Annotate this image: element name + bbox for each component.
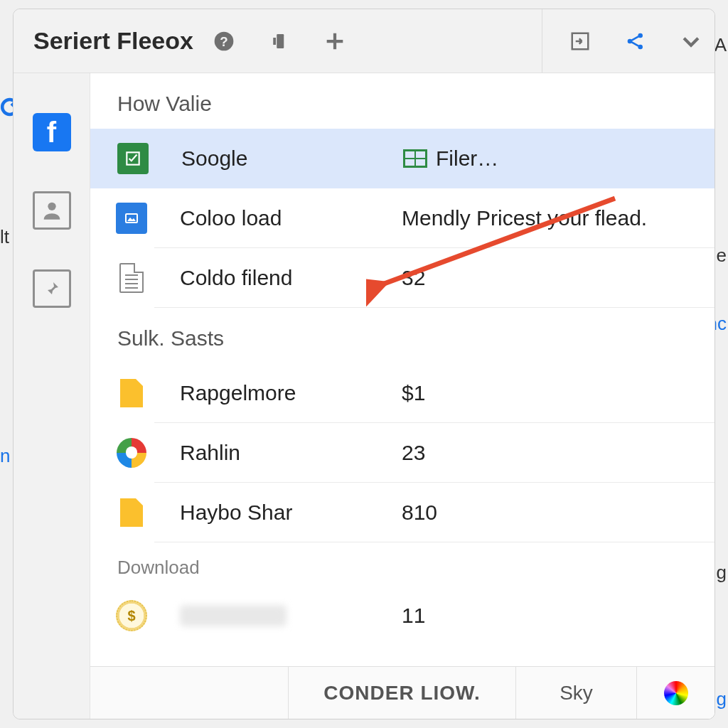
item-value: Mendly Pricest your flead. xyxy=(402,206,647,230)
bg-text: A xyxy=(714,34,727,56)
header-icon-group-right xyxy=(542,9,703,73)
color-circle-icon xyxy=(116,437,147,469)
item-label: Haybo Shar xyxy=(180,500,402,525)
chevron-down-icon[interactable] xyxy=(679,29,703,53)
file-icon xyxy=(116,378,147,409)
share-icon[interactable] xyxy=(623,29,648,53)
footer-bar: CONDER LIOW. Sky xyxy=(90,666,714,719)
list-item-download[interactable]: $ 11 xyxy=(154,586,714,646)
item-value: 23 xyxy=(402,441,425,465)
svg-rect-2 xyxy=(277,34,284,48)
table-icon xyxy=(403,149,427,168)
list-item-coldo[interactable]: Coldo filend 32 xyxy=(154,248,714,308)
profile-icon[interactable] xyxy=(33,191,71,230)
document-icon xyxy=(116,262,147,294)
pin-icon[interactable] xyxy=(33,269,71,308)
item-value: 11 xyxy=(402,604,425,628)
file-icon xyxy=(116,497,147,528)
item-label xyxy=(180,605,402,626)
blue-photo-icon xyxy=(116,203,147,234)
facebook-icon[interactable]: f xyxy=(33,113,71,151)
item-label: Coldo filend xyxy=(180,266,402,290)
color-wheel-button[interactable] xyxy=(636,667,714,719)
device-icon[interactable] xyxy=(267,29,291,53)
section-header: Download xyxy=(90,542,714,586)
item-label: Coloo load xyxy=(180,206,402,230)
list-item-rahlin[interactable]: Rahlin 23 xyxy=(154,423,714,483)
svg-rect-3 xyxy=(273,38,276,45)
secondary-action-button[interactable]: Sky xyxy=(515,667,636,719)
svg-rect-10 xyxy=(126,214,137,223)
list-item-coloo[interactable]: Coloo load Mendly Pricest your flead. xyxy=(154,188,714,248)
coin-icon: $ xyxy=(116,600,147,631)
primary-action-button[interactable]: CONDER LIOW. xyxy=(288,667,515,719)
section-header: Sulk. Sasts xyxy=(90,308,714,363)
bg-text: lt xyxy=(0,226,9,248)
item-label: Soogle xyxy=(181,146,403,171)
footer-spacer xyxy=(90,667,288,719)
sidebar: f xyxy=(14,73,90,719)
list-item-soogle[interactable]: Soogle Filer… xyxy=(90,129,714,188)
help-icon[interactable]: ? xyxy=(212,29,236,53)
panel-window: Seriert Fleeox ? xyxy=(13,9,715,719)
list-item-rapgelmore[interactable]: Rapgelmore $1 xyxy=(154,363,714,423)
item-value: 32 xyxy=(402,266,425,290)
list-item-haybo[interactable]: Haybo Shar 810 xyxy=(154,483,714,542)
collapse-icon[interactable] xyxy=(568,29,592,53)
header-icon-group-left: ? xyxy=(212,29,347,53)
item-label: Rahlin xyxy=(180,441,402,465)
section-header: How Valie xyxy=(90,73,714,129)
main-content: How Valie Soogle Filer… Coloo load Mendl… xyxy=(90,73,714,719)
item-label: Rapgelmore xyxy=(180,381,402,405)
item-value: Filer… xyxy=(403,146,498,171)
bg-text: n xyxy=(0,445,10,467)
svg-point-8 xyxy=(48,203,55,210)
app-title: Seriert Fleeox xyxy=(33,27,193,55)
header-bar: Seriert Fleeox ? xyxy=(14,9,714,73)
add-icon[interactable] xyxy=(323,29,347,53)
item-value: 810 xyxy=(402,500,437,525)
svg-text:?: ? xyxy=(220,33,228,48)
color-wheel-icon xyxy=(664,681,688,705)
item-value: $1 xyxy=(402,381,425,405)
green-check-icon xyxy=(117,143,149,174)
